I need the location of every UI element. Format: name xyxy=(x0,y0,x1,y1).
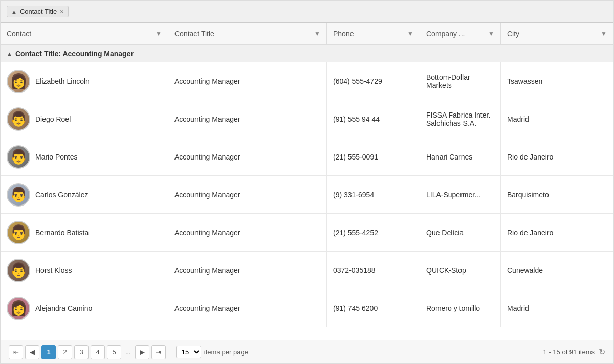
cell-company: Que Delícia xyxy=(420,214,501,251)
cell-contact: 👩 Alejandra Camino xyxy=(1,289,168,327)
col-header-contact: Contact ▼ xyxy=(1,23,168,44)
contact-name: Diego Roel xyxy=(35,115,71,123)
cell-city: Cunewalde xyxy=(501,252,613,289)
filter-tag[interactable]: ▲ Contact Title × xyxy=(7,6,69,17)
col-title-label: Contact Title xyxy=(174,30,214,38)
page-number-button[interactable]: 1 xyxy=(41,345,56,359)
col-city-filter-icon[interactable]: ▼ xyxy=(601,30,607,37)
cell-title: Accounting Manager xyxy=(168,214,327,251)
cell-phone: (91) 745 6200 xyxy=(327,289,420,327)
table-row[interactable]: 👨 Carlos González Accounting Manager (9)… xyxy=(1,176,613,214)
avatar: 👨 xyxy=(7,183,30,207)
cell-company: QUICK-Stop xyxy=(420,252,501,289)
cell-company: Bottom-Dollar Markets xyxy=(420,62,501,100)
col-header-phone: Phone ▼ xyxy=(327,23,420,44)
cell-phone: (21) 555-4252 xyxy=(327,214,420,251)
cell-contact: 👨 Carlos González xyxy=(1,176,168,213)
col-phone-label: Phone xyxy=(333,30,354,38)
page-number-button[interactable]: 5 xyxy=(107,345,121,359)
col-city-label: City xyxy=(507,30,519,38)
cell-city: Rio de Janeiro xyxy=(501,138,613,175)
refresh-icon[interactable]: ↻ xyxy=(599,347,605,357)
group-header: ▲ Contact Title: Accounting Manager xyxy=(1,46,613,62)
cell-company: Romero y tomillo xyxy=(420,289,501,327)
page-buttons: 12345 xyxy=(41,345,121,359)
cell-contact: 👨 Bernardo Batista xyxy=(1,214,168,251)
filter-bar: ▲ Contact Title × xyxy=(1,1,613,23)
cell-phone: (91) 555 94 44 xyxy=(327,100,420,138)
col-phone-filter-icon[interactable]: ▼ xyxy=(407,30,413,37)
items-info: 1 - 15 of 91 items ↻ xyxy=(543,347,605,357)
page-number-button[interactable]: 2 xyxy=(58,345,72,359)
items-info-text: 1 - 15 of 91 items xyxy=(543,348,595,356)
cell-city: Rio de Janeiro xyxy=(501,214,613,251)
contact-name: Alejandra Camino xyxy=(35,304,92,312)
cell-title: Accounting Manager xyxy=(168,100,327,138)
items-per-page-control: 15 25 50 items per page xyxy=(176,346,248,358)
col-contact-label: Contact xyxy=(7,30,31,38)
contact-name: Mario Pontes xyxy=(35,153,77,161)
contact-name: Elizabeth Lincoln xyxy=(35,77,90,85)
cell-contact: 👨 Horst Kloss xyxy=(1,252,168,289)
col-header-city: City ▼ xyxy=(501,23,613,44)
cell-title: Accounting Manager xyxy=(168,176,327,213)
cell-city: Madrid xyxy=(501,289,613,327)
main-container: ▲ Contact Title × Contact ▼ Contact Titl… xyxy=(0,0,614,364)
avatar: 👨 xyxy=(7,107,30,131)
cell-title: Accounting Manager xyxy=(168,289,327,327)
group-label: Contact Title: Accounting Manager xyxy=(15,50,134,58)
cell-contact: 👨 Mario Pontes xyxy=(1,138,168,175)
contact-name: Bernardo Batista xyxy=(35,229,89,237)
table-row[interactable]: 👩 Elizabeth Lincoln Accounting Manager (… xyxy=(1,62,613,100)
table-body: ▲ Contact Title: Accounting Manager 👩 El… xyxy=(1,46,613,340)
avatar: 👨 xyxy=(7,145,30,169)
cell-company: LILA-Supermer... xyxy=(420,176,501,213)
table-header: Contact ▼ Contact Title ▼ Phone ▼ Compan… xyxy=(1,23,613,46)
cell-city: Barquisimeto xyxy=(501,176,613,213)
cell-contact: 👨 Diego Roel xyxy=(1,100,168,138)
cell-title: Accounting Manager xyxy=(168,138,327,175)
items-per-page-select[interactable]: 15 25 50 xyxy=(176,346,201,358)
col-title-filter-icon[interactable]: ▼ xyxy=(314,30,320,37)
table-row[interactable]: 👨 Bernardo Batista Accounting Manager (2… xyxy=(1,214,613,252)
cell-company: Hanari Carnes xyxy=(420,138,501,175)
avatar: 👨 xyxy=(7,221,30,244)
col-company-filter-icon[interactable]: ▼ xyxy=(488,30,494,37)
table-row[interactable]: 👨 Horst Kloss Accounting Manager 0372-03… xyxy=(1,252,613,289)
table-row[interactable]: 👨 Mario Pontes Accounting Manager (21) 5… xyxy=(1,138,613,176)
col-company-label: Company ... xyxy=(426,30,465,38)
avatar: 👩 xyxy=(7,297,30,320)
cell-contact: 👩 Elizabeth Lincoln xyxy=(1,62,168,100)
cell-title: Accounting Manager xyxy=(168,252,327,289)
group-collapse-icon[interactable]: ▲ xyxy=(7,51,12,57)
cell-company: FISSA Fabrica Inter. Salchichas S.A. xyxy=(420,100,501,138)
cell-phone: (21) 555-0091 xyxy=(327,138,420,175)
contact-name: Carlos González xyxy=(35,191,89,199)
items-per-page-label: items per page xyxy=(204,348,248,356)
prev-page-button[interactable]: ◀ xyxy=(25,345,39,359)
page-number-button[interactable]: 3 xyxy=(74,345,89,359)
next-page-button[interactable]: ▶ xyxy=(135,345,149,359)
first-page-button[interactable]: ⇤ xyxy=(9,345,23,359)
cell-phone: (9) 331-6954 xyxy=(327,176,420,213)
page-number-button[interactable]: 4 xyxy=(91,345,105,359)
cell-title: Accounting Manager xyxy=(168,62,327,100)
rows-container: 👩 Elizabeth Lincoln Accounting Manager (… xyxy=(1,62,613,327)
filter-tag-label: Contact Title xyxy=(20,8,57,15)
pagination-bar: ⇤ ◀ 12345 ... ▶ ⇥ 15 25 50 items per pag… xyxy=(1,340,613,363)
col-header-company: Company ... ▼ xyxy=(420,23,501,44)
filter-close-button[interactable]: × xyxy=(60,8,64,15)
avatar: 👨 xyxy=(7,259,30,282)
table-row[interactable]: 👨 Diego Roel Accounting Manager (91) 555… xyxy=(1,100,613,138)
table-row[interactable]: 👩 Alejandra Camino Accounting Manager (9… xyxy=(1,289,613,327)
cell-city: Madrid xyxy=(501,100,613,138)
cell-phone: 0372-035188 xyxy=(327,252,420,289)
avatar: 👩 xyxy=(7,70,30,93)
last-page-button[interactable]: ⇥ xyxy=(151,345,166,359)
col-contact-filter-icon[interactable]: ▼ xyxy=(156,30,162,37)
page-ellipsis: ... xyxy=(123,348,133,356)
cell-phone: (604) 555-4729 xyxy=(327,62,420,100)
col-header-title: Contact Title ▼ xyxy=(168,23,327,44)
contact-name: Horst Kloss xyxy=(35,266,72,275)
cell-city: Tsawassen xyxy=(501,62,613,100)
